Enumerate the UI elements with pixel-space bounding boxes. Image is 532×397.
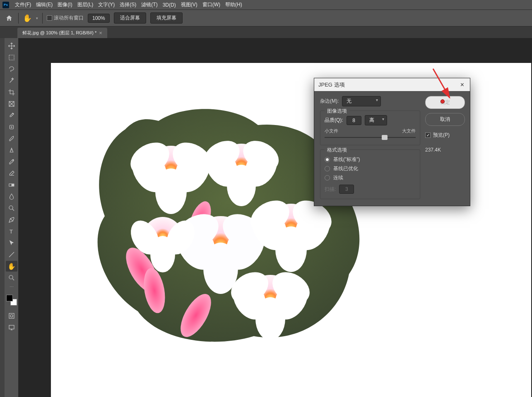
toolbar-collapse-strip[interactable] (0, 38, 5, 397)
healing-brush-tool[interactable] (6, 122, 17, 132)
svg-point-10 (10, 315, 13, 317)
preview-label: 预览(P) (433, 132, 450, 139)
hand-tool[interactable]: ✋ (6, 261, 17, 272)
color-swatches[interactable] (6, 295, 17, 306)
menu-type[interactable]: 文字(Y) (96, 0, 117, 9)
svg-rect-9 (9, 313, 14, 318)
menu-image[interactable]: 图像(I) (55, 0, 75, 9)
foreground-color-swatch[interactable] (6, 295, 13, 301)
radio-icon (325, 175, 330, 180)
document-tab-title: 鲜花.jpg @ 100% (图层 1, RGB/8#) * (22, 30, 96, 36)
lasso-tool[interactable] (6, 64, 17, 75)
format-progressive[interactable]: 连续 (325, 174, 416, 181)
dialog-titlebar[interactable]: JPEG 选项 × (314, 78, 470, 91)
checkbox-icon: ✓ (425, 132, 431, 138)
eyedropper-tool[interactable] (6, 110, 17, 121)
brush-tool[interactable] (6, 133, 17, 144)
app-logo: Ps (2, 2, 9, 8)
svg-point-8 (9, 275, 13, 279)
menu-layer[interactable]: 图层(L) (75, 0, 96, 9)
document-tab-bar: 鲜花.jpg @ 100% (图层 1, RGB/8#) * × (0, 26, 532, 38)
tools-panel: T ✋ ⋯ (5, 38, 19, 397)
document-tab[interactable]: 鲜花.jpg @ 100% (图层 1, RGB/8#) * × (17, 28, 107, 38)
frame-tool[interactable] (6, 99, 17, 109)
quality-preset-dropdown[interactable]: 高 (365, 115, 387, 125)
large-file-label: 大文件 (402, 128, 416, 134)
format-baseline-optimized[interactable]: 基线已优化 (325, 165, 416, 172)
format-options-group: 格式选项 基线("标准") 基线已优化 连续 扫描: 3 (320, 149, 420, 199)
scans-label: 扫描: (325, 186, 336, 193)
crop-tool[interactable] (6, 87, 17, 98)
cancel-button[interactable]: 取消 (425, 113, 465, 126)
screen-mode-button[interactable] (6, 322, 17, 333)
menu-bar: Ps 文件(F) 编辑(E) 图像(I) 图层(L) 文字(Y) 选择(S) 滤… (0, 0, 532, 10)
dodge-tool[interactable] (6, 203, 17, 214)
gradient-tool[interactable] (6, 180, 17, 190)
zoom-tool[interactable] (6, 272, 17, 283)
svg-rect-0 (9, 55, 14, 60)
menu-file[interactable]: 文件(F) (12, 0, 34, 9)
menu-help[interactable]: 帮助(H) (223, 0, 245, 9)
jpeg-options-dialog: JPEG 选项 × 杂边(M): 无 图像选项 品质(Q): 8 高 小文件 大… (314, 78, 470, 206)
format-options-legend: 格式选项 (325, 147, 349, 154)
menu-select[interactable]: 选择(S) (117, 0, 139, 9)
svg-point-25 (227, 165, 256, 206)
cursor-indicator-icon (441, 99, 445, 103)
move-tool[interactable] (6, 41, 17, 51)
preview-checkbox[interactable]: ✓ 预览(P) (425, 132, 465, 139)
clone-stamp-tool[interactable] (6, 145, 17, 156)
blur-tool[interactable] (6, 191, 17, 202)
menu-edit[interactable]: 编辑(E) (34, 0, 55, 9)
zoom-input[interactable]: 100% (88, 14, 110, 23)
dialog-title: JPEG 选项 (318, 81, 345, 89)
quality-input[interactable]: 8 (347, 116, 361, 125)
radio-icon (325, 166, 330, 171)
svg-rect-5 (9, 184, 12, 186)
more-tools[interactable]: ⋯ (6, 284, 17, 289)
format-baseline-standard[interactable]: 基线("标准") (325, 156, 416, 163)
close-icon[interactable]: × (459, 81, 466, 89)
fill-screen-button[interactable]: 填充屏幕 (150, 12, 183, 24)
menu-window[interactable]: 窗口(W) (200, 0, 223, 9)
checkbox-icon (47, 15, 52, 21)
options-bar: ✋ ▾ 滚动所有窗口 100% 适合屏幕 填充屏幕 (0, 10, 532, 26)
format-option-label: 基线已优化 (333, 165, 358, 172)
path-select-tool[interactable] (6, 238, 17, 248)
format-option-label: 连续 (333, 174, 343, 181)
scroll-all-checkbox[interactable]: 滚动所有窗口 (47, 14, 84, 22)
slider-thumb[interactable] (382, 135, 388, 140)
svg-point-19 (155, 168, 187, 214)
home-button[interactable] (4, 13, 14, 23)
svg-rect-11 (9, 325, 14, 329)
quality-slider[interactable] (325, 135, 416, 140)
quality-label: 品质(Q): (325, 117, 343, 124)
hand-tool-icon: ✋ (23, 14, 32, 23)
magic-wand-tool[interactable] (6, 75, 17, 86)
filesize-readout: 237.4K (425, 147, 465, 153)
svg-point-37 (275, 226, 307, 272)
marquee-tool[interactable] (6, 52, 17, 63)
svg-point-49 (150, 236, 175, 272)
close-tab-icon[interactable]: × (99, 30, 102, 36)
matte-label: 杂边(M): (320, 98, 339, 105)
quick-mask-button[interactable] (6, 310, 17, 321)
menu-view[interactable]: 视图(V) (178, 0, 200, 9)
menu-filter[interactable]: 滤镜(T) (139, 0, 160, 9)
svg-text:T: T (9, 229, 12, 235)
svg-point-3 (12, 160, 14, 161)
matte-dropdown[interactable]: 无 (342, 96, 381, 106)
menu-3d[interactable]: 3D(D) (160, 1, 178, 9)
format-option-label: 基线("标准") (333, 156, 360, 163)
scroll-all-label: 滚动所有窗口 (54, 14, 84, 22)
image-options-group: 图像选项 品质(Q): 8 高 小文件 大文件 (320, 111, 420, 145)
pen-tool[interactable] (6, 214, 17, 225)
eraser-tool[interactable] (6, 168, 17, 179)
ok-button[interactable]: 确定 (425, 96, 465, 109)
dropdown-chevron-icon[interactable]: ▾ (36, 16, 38, 20)
line-tool[interactable] (6, 249, 17, 260)
fit-screen-button[interactable]: 适合屏幕 (114, 12, 146, 24)
image-options-legend: 图像选项 (325, 108, 349, 115)
history-brush-tool[interactable] (6, 156, 17, 167)
svg-point-43 (255, 297, 285, 340)
type-tool[interactable]: T (6, 226, 17, 237)
